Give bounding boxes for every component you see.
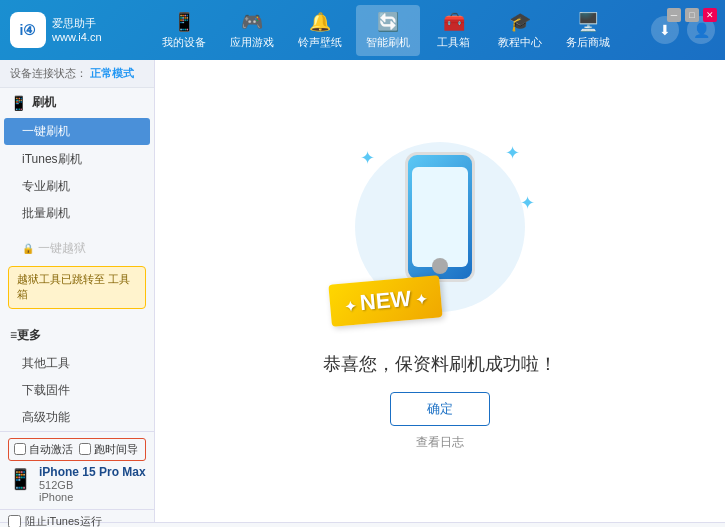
sidebar-item-batch-flash[interactable]: 批量刷机 xyxy=(0,200,154,227)
logo-icon: i④ xyxy=(10,12,46,48)
time-guided-checkbox[interactable] xyxy=(79,443,91,455)
tab-ringtone[interactable]: 🔔 铃声壁纸 xyxy=(288,5,352,56)
auto-activate-checkbox[interactable] xyxy=(14,443,26,455)
phone-home-button xyxy=(432,258,448,274)
nav-tabs: 📱 我的设备 🎮 应用游戏 🔔 铃声壁纸 🔄 智能刷机 🧰 工具箱 🎓 xyxy=(120,5,651,56)
maximize-button[interactable]: □ xyxy=(685,8,699,22)
block-itunes-checkbox[interactable] xyxy=(8,515,21,527)
logo-area: i④ 爱思助手 www.i4.cn xyxy=(10,12,120,48)
smart-flash-icon: 🔄 xyxy=(377,11,399,33)
view-log-link[interactable]: 查看日志 xyxy=(416,434,464,451)
jailbreak-warning-box: 越狱工具已跳转至 工具箱 xyxy=(8,266,146,309)
sidebar-item-one-key-flash[interactable]: 一键刷机 xyxy=(4,118,150,145)
tab-smart-flash[interactable]: 🔄 智能刷机 xyxy=(356,5,420,56)
tab-my-device[interactable]: 📱 我的设备 xyxy=(152,5,216,56)
more-section-icon: ≡ xyxy=(10,328,17,342)
confirm-button[interactable]: 确定 xyxy=(390,392,490,426)
tab-service[interactable]: 🖥️ 务后商城 xyxy=(556,5,620,56)
ringtone-icon: 🔔 xyxy=(309,11,331,33)
new-badge: NEW xyxy=(328,275,442,327)
sidebar-bottom: 自动激活 跑时间导 📱 iPhone 15 Pro Max 512GB iPho… xyxy=(0,431,154,509)
success-message: 恭喜您，保资料刷机成功啦！ xyxy=(323,352,557,376)
logo-text: 爱思助手 www.i4.cn xyxy=(52,16,102,45)
main-layout: 设备连接状态： 正常模式 📱 刷机 一键刷机 iTunes刷机 专业刷机 批量刷… xyxy=(0,60,725,522)
star-decoration-3: ✦ xyxy=(520,192,535,214)
sidebar-item-download-firmware[interactable]: 下载固件 xyxy=(0,377,154,404)
app-game-icon: 🎮 xyxy=(241,11,263,33)
service-icon: 🖥️ xyxy=(577,11,599,33)
sidebar-section-more[interactable]: ≡ 更多 xyxy=(0,321,154,350)
device-details: iPhone 15 Pro Max 512GB iPhone xyxy=(39,465,146,503)
main-content: ✦ ✦ ✦ NEW 恭喜您，保资料刷机成功啦！ 确定 查看日志 xyxy=(155,60,725,522)
star-decoration-2: ✦ xyxy=(505,142,520,164)
phone-screen xyxy=(412,167,468,267)
lock-icon: 🔒 xyxy=(22,243,34,254)
minimize-button[interactable]: ─ xyxy=(667,8,681,22)
app-header: i④ 爱思助手 www.i4.cn 📱 我的设备 🎮 应用游戏 🔔 铃声壁纸 🔄 xyxy=(0,0,725,60)
my-device-icon: 📱 xyxy=(173,11,195,33)
auto-activate-checkbox-label[interactable]: 自动激活 xyxy=(14,442,73,457)
close-button[interactable]: ✕ xyxy=(703,8,717,22)
sidebar: 设备连接状态： 正常模式 📱 刷机 一键刷机 iTunes刷机 专业刷机 批量刷… xyxy=(0,60,155,522)
itunes-row: 阻止iTunes运行 xyxy=(0,509,154,527)
sidebar-item-other-tools[interactable]: 其他工具 xyxy=(0,350,154,377)
tab-app-game[interactable]: 🎮 应用游戏 xyxy=(220,5,284,56)
window-controls: ─ □ ✕ xyxy=(667,8,717,22)
auto-activate-row: 自动激活 跑时间导 xyxy=(8,438,146,461)
sidebar-jailbreak-disabled: 🔒 一键越狱 xyxy=(0,235,154,262)
sidebar-item-itunes-flash[interactable]: iTunes刷机 xyxy=(0,146,154,173)
sidebar-item-advanced[interactable]: 高级功能 xyxy=(0,404,154,431)
tutorial-icon: 🎓 xyxy=(509,11,531,33)
tab-toolbox[interactable]: 🧰 工具箱 xyxy=(424,5,484,56)
connection-status: 设备连接状态： 正常模式 xyxy=(0,60,154,88)
tab-tutorial[interactable]: 🎓 教程中心 xyxy=(488,5,552,56)
time-guided-checkbox-label[interactable]: 跑时间导 xyxy=(79,442,138,457)
success-illustration: ✦ ✦ ✦ NEW xyxy=(340,132,540,332)
sidebar-section-flash[interactable]: 📱 刷机 xyxy=(0,88,154,117)
toolbox-icon: 🧰 xyxy=(443,11,465,33)
star-decoration-1: ✦ xyxy=(360,147,375,169)
sidebar-item-pro-flash[interactable]: 专业刷机 xyxy=(0,173,154,200)
phone-body xyxy=(405,152,475,282)
device-phone-icon: 📱 xyxy=(8,467,33,491)
device-info: 📱 iPhone 15 Pro Max 512GB iPhone xyxy=(8,465,146,503)
flash-section-icon: 📱 xyxy=(10,95,27,111)
